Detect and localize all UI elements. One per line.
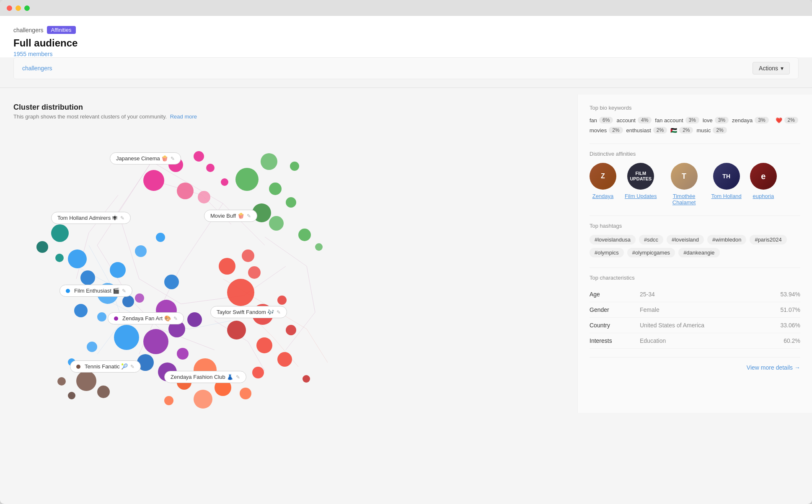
nav-challengers-link[interactable]: challengers: [22, 65, 52, 72]
cluster-label-movie-buff[interactable]: Movie Buff 🍿 ✎: [204, 210, 257, 222]
breadcrumb-affinities[interactable]: Affinities: [47, 26, 76, 34]
affinity-item-euphoria[interactable]: e euphoria: [750, 163, 777, 206]
bubble-purple-5: [177, 348, 189, 360]
bubble-blue-7: [114, 325, 139, 350]
hashtag-loveisland[interactable]: #loveisland: [667, 235, 704, 244]
hashtag-olympics[interactable]: #olympics: [590, 248, 624, 257]
divider: [590, 267, 800, 268]
bio-tag: fan account 3%: [655, 117, 699, 123]
hashtag-loveislandusa[interactable]: #loveislandusa: [590, 235, 636, 244]
bubble-red-7: [277, 352, 292, 367]
hashtags-list: #loveislandusa #sdcc #loveisland #wimble…: [590, 235, 800, 257]
cluster-label-zendaya-fashion[interactable]: Zendaya Fashion Club 👗 ✎: [164, 371, 246, 383]
page-title: Full audience: [13, 37, 799, 49]
affinity-item-tom-holland[interactable]: TH Tom Holland: [711, 163, 742, 206]
cluster-label-text: Japanese Cinema 🍿: [116, 155, 168, 162]
cluster-label-tom-holland[interactable]: Tom Holland Admirers 🕷 ✎: [51, 212, 131, 224]
char-label-country: Country: [590, 318, 640, 333]
affinities-grid: Z Zendaya FILMUPDATES Film Updates T Tim…: [590, 163, 800, 206]
bubble-purple-4: [187, 312, 202, 327]
bubble-red-5: [248, 266, 261, 279]
edit-icon[interactable]: ✎: [120, 215, 124, 221]
affinity-item-timothee[interactable]: T Timothée Chalamet: [665, 163, 703, 206]
bubble-teal-1: [51, 224, 69, 242]
main-area: Cluster distribution This graph shows th…: [0, 95, 812, 413]
bubble-green-6: [269, 216, 284, 231]
nav-bar: challengers Actions ▾: [13, 57, 799, 79]
cluster-label-film-enthusiast[interactable]: Film Enthusiast 🎬 ✎: [59, 285, 132, 297]
hashtag-paris2024[interactable]: #paris2024: [750, 235, 786, 244]
affinity-name-tom-holland[interactable]: Tom Holland: [711, 193, 742, 199]
edit-icon[interactable]: ✎: [247, 213, 251, 219]
bubble-green-3: [269, 183, 282, 195]
hashtag-wimbledon[interactable]: #wimbledon: [707, 235, 746, 244]
read-more-link[interactable]: Read more: [170, 113, 197, 120]
svg-line-32: [307, 329, 328, 363]
affinity-name-euphoria[interactable]: euphoria: [753, 193, 774, 199]
cluster-label-taylor-swift[interactable]: Taylor Swift Fandom 🎶 ✎: [210, 306, 287, 318]
hashtag-sdcc[interactable]: #sdcc: [639, 235, 663, 244]
edit-icon[interactable]: ✎: [171, 156, 175, 162]
bio-tag: movies 2%: [590, 127, 623, 134]
table-row: Interests Education 60.2%: [590, 333, 800, 349]
svg-line-16: [265, 237, 307, 266]
bubble-purple-3: [143, 329, 168, 354]
cluster-label-text: Film Enthusiast 🎬: [74, 288, 119, 294]
characteristics-title: Top characteristics: [590, 275, 800, 281]
view-more-link[interactable]: View more details →: [590, 357, 800, 378]
avatar-timothee: T: [671, 163, 698, 190]
bubble-blue-6: [97, 312, 106, 321]
hashtags-title: Top hashtags: [590, 223, 800, 229]
char-label-interests: Interests: [590, 333, 640, 349]
edit-icon[interactable]: ✎: [173, 316, 178, 321]
bubble-green-7: [290, 162, 299, 171]
edit-icon[interactable]: ✎: [277, 309, 281, 315]
hashtag-olympicgames[interactable]: #olympicgames: [627, 248, 675, 257]
bubble-teal-3: [55, 254, 64, 262]
bubble-blue-5: [122, 296, 134, 307]
edit-icon[interactable]: ✎: [130, 364, 134, 370]
actions-button[interactable]: Actions ▾: [753, 62, 790, 75]
cluster-dot: [114, 316, 118, 321]
bubble-red-6: [286, 325, 296, 335]
top-content: challengers Affinities Full audience 195…: [0, 16, 812, 57]
cluster-label-japanese-cinema[interactable]: Japanese Cinema 🍿 ✎: [110, 152, 181, 165]
bio-tag: zendaya 3%: [732, 117, 769, 123]
close-button[interactable]: [7, 5, 12, 11]
affinities-section: Distinctive affinities Z Zendaya FILMUPD…: [590, 151, 800, 216]
bubble-blue-2: [80, 270, 95, 285]
cluster-label-zendaya-fan-art[interactable]: Zendaya Fan Art 🎨 ✎: [108, 312, 184, 324]
bubble-orange-5: [194, 390, 212, 409]
cluster-label-text: Zendaya Fan Art 🎨: [122, 315, 171, 321]
edit-icon[interactable]: ✎: [236, 374, 240, 380]
bio-tag: music 2%: [696, 127, 727, 134]
bubble-green-5: [286, 197, 296, 208]
maximize-button[interactable]: [24, 5, 30, 11]
cluster-label-tennis-fanatic[interactable]: Tennis Fanatic 🎾 ✎: [70, 360, 141, 373]
table-row: Gender Female 51.07%: [590, 302, 800, 318]
bio-keywords-title: Top bio keywords: [590, 105, 800, 111]
table-row: Age 25-34 53.94%: [590, 287, 800, 302]
hashtag-dankeangie[interactable]: #dankeangie: [678, 248, 719, 257]
breadcrumb-challengers[interactable]: challengers: [13, 27, 44, 33]
cluster-title: Cluster distribution: [13, 103, 569, 112]
affinity-item-film-updates[interactable]: FILMUPDATES Film Updates: [625, 163, 657, 206]
cluster-label-text: Zendaya Fashion Club 👗: [171, 374, 233, 380]
char-pct-interests: 60.2%: [763, 333, 800, 349]
affinity-item-zendaya[interactable]: Z Zendaya: [590, 163, 616, 206]
affinity-name-film-updates[interactable]: Film Updates: [625, 193, 657, 199]
bubble-green-8: [298, 229, 311, 241]
left-panel: Cluster distribution This graph shows th…: [0, 95, 577, 413]
bubble-pink-6: [206, 164, 215, 172]
affinity-name-timothee[interactable]: Timothée Chalamet: [665, 193, 703, 206]
characteristics-table: Age 25-34 53.94% Gender Female 51.07% Co…: [590, 287, 800, 349]
minimize-button[interactable]: [16, 5, 21, 11]
bubble-blue-8: [74, 304, 88, 317]
bubble-red-1: [227, 279, 254, 306]
bubble-green-9: [315, 243, 323, 251]
edit-icon[interactable]: ✎: [122, 288, 126, 294]
char-value-interests: Education: [640, 333, 763, 349]
bubble-brown-3: [57, 377, 66, 386]
affinity-name-zendaya[interactable]: Zendaya: [592, 193, 614, 199]
bubble-green-2: [261, 153, 277, 170]
